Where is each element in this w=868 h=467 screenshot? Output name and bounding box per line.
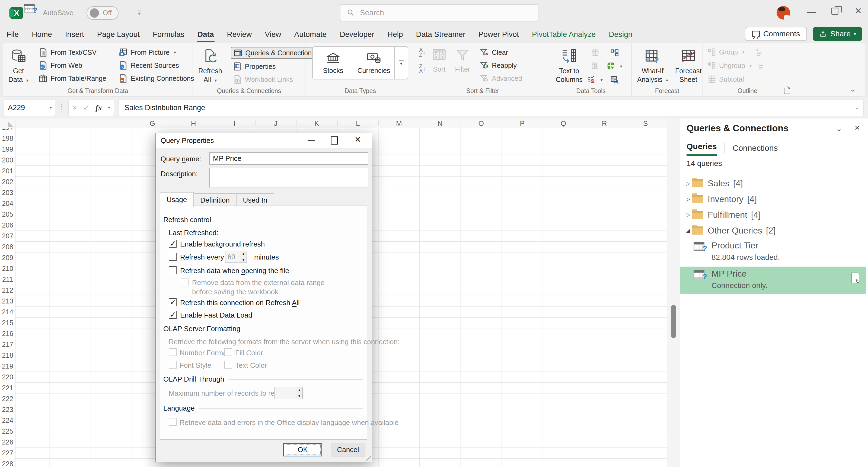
currencies-data-type[interactable]: Currencies [353,47,394,79]
checkbox-refresh-every[interactable] [169,253,177,260]
row-header-219[interactable]: 219 [0,361,15,372]
window-restore-button[interactable] [831,8,838,14]
remove-duplicates-icon[interactable] [587,62,603,71]
query-row-product-tier[interactable]: Product Tier82,804 rows loaded. [680,238,866,266]
row-header-205[interactable]: 205 [0,209,15,220]
consolidate-icon[interactable] [607,48,622,57]
pane-tab-queries[interactable]: Queries [686,140,717,156]
ungroup-button[interactable]: Ungroup ▾ [706,60,766,71]
row-header-223[interactable]: 223 [0,404,15,415]
tab-definition[interactable]: Definition [193,193,236,207]
column-header-R[interactable]: R [584,119,625,128]
query-row-mp-price[interactable]: MP PriceConnection only. [680,267,866,294]
row-header-200[interactable]: 200 [0,155,15,165]
row-header-204[interactable]: 204 [0,198,15,209]
column-header-Q[interactable]: Q [543,119,584,128]
spin-up-icon[interactable]: ▲ [296,387,303,393]
row-header-210[interactable]: 210 [0,263,15,274]
folder-row-sales[interactable]: ▷Sales[4] [680,176,868,191]
ribbon-tab-design[interactable]: Design [602,26,639,43]
existing-connections-button[interactable]: Existing Connections [117,73,195,84]
column-header-H[interactable]: H [173,119,214,128]
row-header-214[interactable]: 214 [0,307,15,317]
folder-row-inventory[interactable]: ▷Inventory[4] [680,191,868,207]
query-name-input[interactable]: MP Price [209,152,368,165]
show-detail-icon[interactable]: + [755,48,763,56]
row-header-206[interactable]: 206 [0,220,15,230]
column-header-O[interactable]: O [461,119,502,128]
formula-bar-handle[interactable] [61,103,62,110]
column-header-G[interactable]: G [132,119,173,128]
row-header-217[interactable]: 217 [0,339,15,350]
recent-sources-button[interactable]: Recent Sources [117,60,195,71]
chevron-collapsed-icon[interactable]: ▷ [684,212,692,218]
data-types-more-button[interactable]: ▾ [394,47,408,79]
window-minimize-button[interactable] [807,8,816,13]
column-header-N[interactable]: N [420,119,461,128]
ok-button[interactable]: OK [283,443,322,457]
row-header-222[interactable]: 222 [0,393,15,404]
dialog-resize-grip[interactable] [365,455,371,461]
ribbon-tab-file[interactable]: File [0,26,25,43]
scrollbar-thumb[interactable] [671,305,676,338]
column-headers[interactable]: GHIJKLMNOPQRS [0,119,667,128]
sort-ascending-button[interactable]: AZ↓ [418,47,427,58]
from-picture-button[interactable]: From Picture ▾ [117,47,195,58]
checkbox-fill-color[interactable] [224,348,232,356]
confirm-entry-icon[interactable]: ✓ [83,103,90,112]
collapse-ribbon-icon[interactable]: ⌄ [850,85,856,94]
ribbon-tab-formulas[interactable]: Formulas [146,26,191,43]
vertical-scrollbar[interactable] [667,119,680,467]
autosave-toggle[interactable]: Off [87,6,119,20]
from-web-button[interactable]: From Web [37,60,108,71]
reapply-filter-button[interactable]: Reapply [478,60,524,71]
row-header-198[interactable]: 198 [0,133,15,144]
refresh-all-button[interactable]: RefreshAll ▾ [195,46,225,87]
relationships-icon[interactable] [607,75,622,84]
clear-filter-button[interactable]: Clear [478,47,524,58]
ribbon-tab-review[interactable]: Review [220,26,258,43]
column-header-L[interactable]: L [337,119,379,128]
row-header-199[interactable]: 199 [0,144,15,155]
row-header-213[interactable]: 213 [0,295,15,307]
ribbon-tab-help[interactable]: Help [381,26,410,43]
row-header-226[interactable]: 226 [0,437,15,447]
chevron-collapsed-icon[interactable]: ▷ [684,180,692,187]
chevron-collapsed-icon[interactable]: ▷ [684,196,692,202]
row-header-207[interactable]: 207 [0,230,15,241]
refresh-minutes-spinner[interactable]: 60 ▲▼ [225,251,247,263]
window-close-button[interactable]: × [855,4,862,18]
comments-button[interactable]: Comments [745,27,807,41]
row-header-209[interactable]: 209 [0,252,15,263]
get-data-button[interactable]: Get Data ▾ [6,46,31,87]
subtotal-button[interactable]: ++ Subtotal [706,74,766,84]
from-text-csv-button[interactable]: From Text/CSV [37,47,108,58]
expand-formula-bar-icon[interactable]: ⌄ [856,105,859,111]
ribbon-tab-pivottable-analyze[interactable]: PivotTable Analyze [525,26,602,43]
checkbox-text-color[interactable] [224,361,232,369]
row-header-201[interactable]: 201 [0,165,15,176]
row-header-208[interactable]: 208 [0,241,15,252]
data-validation-button[interactable]: ▾ [587,75,603,84]
row-header-218[interactable]: 218 [0,350,15,361]
qat-customize-icon[interactable]: ▾ [138,10,141,15]
ribbon-tab-view[interactable]: View [258,26,287,43]
column-header-J[interactable]: J [255,119,297,128]
forecast-sheet-button[interactable]: ForecastSheet [673,46,704,86]
name-box[interactable]: A229 ▾ [3,99,55,116]
description-input[interactable] [209,168,368,187]
ribbon-tab-developer[interactable]: Developer [333,26,381,43]
formula-input[interactable]: Sales Distribution Range ⌄ [118,99,864,116]
ribbon-tab-power-pivot[interactable]: Power Pivot [472,26,525,43]
manage-data-model-button[interactable]: ▾ [607,62,622,71]
row-header-220[interactable]: 220 [0,372,15,382]
pane-close-icon[interactable]: × [855,122,860,133]
ribbon-tab-insert[interactable]: Insert [59,26,91,43]
cancel-entry-icon[interactable]: × [72,103,77,112]
chevron-expanded-icon[interactable]: ◢ [684,227,692,234]
folder-row-other-queries[interactable]: ◢Other Queries[2] [680,223,868,238]
workbook-links-button[interactable]: Workbook Links [231,74,317,85]
fx-caret-icon[interactable]: ▾ [108,105,110,110]
ribbon-tab-automate[interactable]: Automate [288,26,333,43]
row-header-225[interactable]: 225 [0,426,15,437]
